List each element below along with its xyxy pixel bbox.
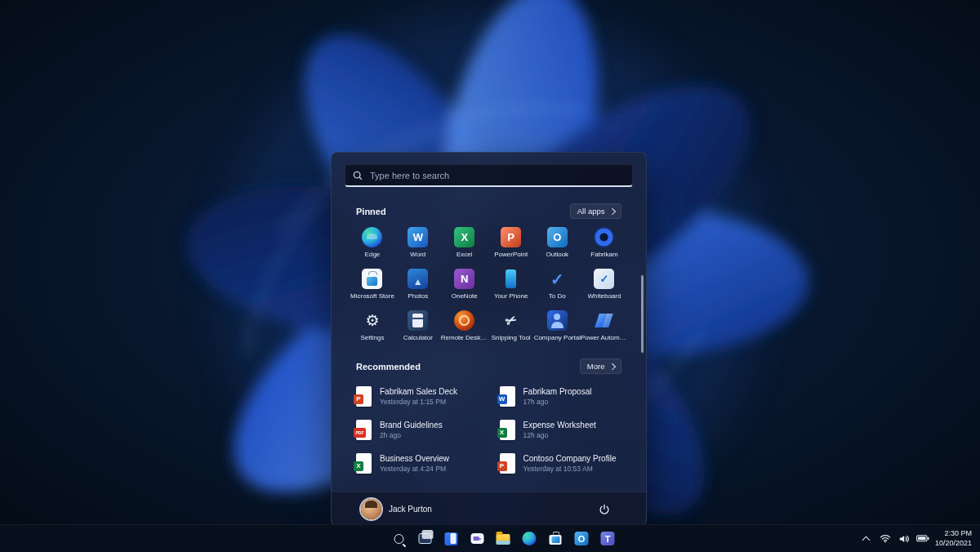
- whiteboard-icon: [594, 269, 614, 289]
- edge-button[interactable]: [519, 528, 541, 550]
- pinned-app-power-automate[interactable]: Power Automate: [581, 310, 628, 346]
- start-button[interactable]: [362, 528, 384, 550]
- power-button[interactable]: [594, 499, 615, 520]
- file-timestamp: 12h ago: [523, 431, 596, 439]
- taskbar-search-button[interactable]: [388, 528, 410, 550]
- search-box[interactable]: [345, 164, 633, 187]
- snipping-tool-icon: [501, 310, 521, 331]
- file-title: Fabrikam Proposal: [523, 387, 592, 396]
- pinned-app-photos[interactable]: Photos: [395, 269, 441, 305]
- app-label: To Do: [549, 292, 566, 300]
- powerpoint-file-icon: [500, 453, 515, 474]
- recommended-item-expense-worksheet[interactable]: Expense Worksheet12h ago: [493, 415, 629, 444]
- file-title: Fabrikam Sales Deck: [380, 387, 457, 396]
- pinned-app-excel[interactable]: Excel: [441, 227, 488, 263]
- excel-file-icon: [500, 420, 515, 440]
- start-menu: Pinned All apps Edge Word Excel PowerPoi…: [331, 152, 647, 527]
- taskbar-center-icons: [362, 528, 619, 550]
- app-label: Company Portal: [534, 334, 581, 341]
- wifi-icon: [880, 534, 891, 543]
- outlook-button[interactable]: [571, 528, 593, 550]
- pinned-app-your-phone[interactable]: Your Phone: [488, 269, 534, 305]
- app-label: Calculator: [403, 334, 433, 341]
- clock-time: 2:30 PM: [935, 529, 972, 539]
- desktop: { "colors": { "accent": "#4cc2ff", "menu…: [0, 0, 980, 552]
- pinned-app-company-portal[interactable]: Company Portal: [534, 310, 581, 346]
- pinned-app-word[interactable]: Word: [395, 227, 441, 263]
- file-timestamp: 2h ago: [380, 431, 443, 439]
- volume-button[interactable]: [898, 530, 911, 548]
- scrollbar-thumb[interactable]: [641, 275, 644, 353]
- pinned-app-calculator[interactable]: Calculator: [395, 310, 441, 346]
- all-apps-button[interactable]: All apps: [570, 203, 621, 219]
- app-label: PowerPoint: [494, 251, 528, 258]
- outlook-icon: [575, 532, 589, 545]
- task-view-button[interactable]: [414, 528, 436, 550]
- file-title: Contoso Company Profile: [523, 454, 617, 463]
- app-label: Fabrikam: [590, 251, 617, 258]
- pinned-app-whiteboard[interactable]: Whiteboard: [581, 269, 628, 305]
- chevron-right-icon: [608, 208, 615, 215]
- pinned-app-edge[interactable]: Edge: [350, 227, 395, 263]
- user-name: Jack Purton: [389, 505, 432, 514]
- recommended-item-brand-guidelines[interactable]: Brand Guidelines2h ago: [350, 415, 485, 444]
- recommended-item-fabrikam-proposal[interactable]: Fabrikam Proposal17h ago: [493, 381, 629, 411]
- chat-button[interactable]: [466, 528, 488, 550]
- your-phone-icon: [501, 269, 521, 289]
- chevron-right-icon: [608, 363, 615, 370]
- user-profile-button[interactable]: Jack Purton: [361, 499, 432, 519]
- more-label: More: [587, 362, 605, 371]
- recommended-item-business-overview[interactable]: Business OverviewYesterday at 4:24 PM: [350, 448, 485, 478]
- pinned-apps-grid: Edge Word Excel PowerPoint Outlook Fabri…: [350, 227, 628, 346]
- pdf-file-icon: [356, 420, 372, 440]
- file-explorer-button[interactable]: [492, 528, 514, 550]
- app-label: Whiteboard: [588, 292, 621, 300]
- battery-button[interactable]: [916, 530, 929, 548]
- powerpoint-file-icon: [356, 386, 372, 407]
- pinned-app-microsoft-store[interactable]: Microsoft Store: [350, 269, 395, 305]
- all-apps-label: All apps: [577, 207, 605, 216]
- outlook-icon: [547, 227, 568, 247]
- app-label: Remote Desktop: [441, 334, 488, 341]
- pinned-app-to-do[interactable]: To Do: [534, 269, 581, 305]
- search-input[interactable]: [368, 170, 625, 181]
- pinned-app-powerpoint[interactable]: PowerPoint: [488, 227, 534, 263]
- pinned-app-settings[interactable]: Settings: [350, 310, 395, 346]
- recommended-item-fabrikam-sales-deck[interactable]: Fabrikam Sales DeckYesterday at 1:15 PM: [350, 381, 485, 411]
- search-icon: [394, 534, 403, 544]
- tray-overflow-button[interactable]: [860, 530, 873, 548]
- pinned-app-fabrikam[interactable]: Fabrikam: [581, 227, 628, 263]
- widgets-button[interactable]: [440, 528, 462, 550]
- recommended-item-contoso-company-profile[interactable]: Contoso Company ProfileYesterday at 10:5…: [493, 448, 629, 478]
- microsoft-store-icon: [362, 269, 382, 289]
- taskbar: 2:30 PM 10/20/2021: [0, 524, 980, 552]
- pinned-app-onenote[interactable]: OneNote: [441, 269, 488, 305]
- search-icon: [353, 171, 363, 180]
- app-label: Excel: [457, 251, 473, 258]
- app-label: Outlook: [546, 251, 569, 258]
- microsoft-store-button[interactable]: [545, 528, 567, 550]
- settings-icon: [362, 310, 382, 331]
- app-label: Word: [410, 251, 425, 258]
- more-button[interactable]: More: [580, 358, 621, 374]
- pinned-app-snipping-tool[interactable]: Snipping Tool: [488, 310, 534, 346]
- teams-button[interactable]: [597, 528, 619, 550]
- pinned-app-remote-desktop[interactable]: Remote Desktop: [441, 310, 488, 346]
- edge-icon: [523, 532, 537, 545]
- taskbar-clock[interactable]: 2:30 PM 10/20/2021: [935, 529, 975, 548]
- app-label: Snipping Tool: [492, 334, 531, 341]
- start-menu-footer: Jack Purton: [332, 492, 646, 526]
- app-label: Edge: [365, 251, 381, 258]
- app-label: Microsoft Store: [350, 292, 394, 300]
- file-title: Expense Worksheet: [523, 421, 596, 430]
- teams-icon: [601, 532, 615, 545]
- file-timestamp: Yesterday at 1:15 PM: [380, 398, 457, 406]
- chat-icon: [470, 533, 483, 544]
- wifi-button[interactable]: [879, 530, 892, 548]
- power-icon: [599, 504, 610, 515]
- file-timestamp: Yesterday at 10:53 AM: [523, 465, 617, 473]
- fabrikam-icon: [594, 227, 614, 247]
- pinned-app-outlook[interactable]: Outlook: [534, 227, 581, 263]
- task-view-icon: [418, 533, 431, 544]
- power-automate-icon: [594, 310, 614, 331]
